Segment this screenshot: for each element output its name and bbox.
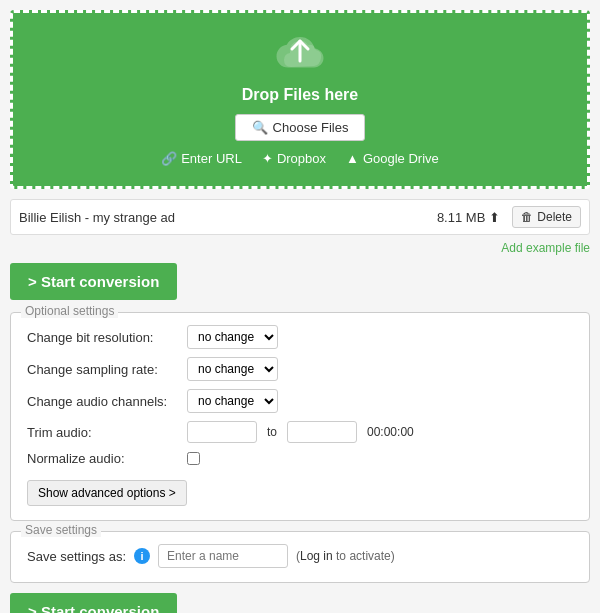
bit-resolution-select[interactable]: no change 8 bit 16 bit 24 bit 32 bit: [187, 325, 278, 349]
search-icon: 🔍: [252, 120, 268, 135]
trim-to-label: to: [267, 425, 277, 439]
audio-channels-label: Change audio channels:: [27, 394, 187, 409]
bit-resolution-control: no change 8 bit 16 bit 24 bit 32 bit: [187, 325, 278, 349]
dropbox-link[interactable]: ✦ Dropbox: [262, 151, 326, 166]
start-conversion-button-top[interactable]: > Start conversion: [10, 263, 177, 300]
audio-channels-row: Change audio channels: no change Mono St…: [27, 389, 573, 413]
file-size: 8.11 MB ⬆: [437, 210, 500, 225]
normalize-audio-row: Normalize audio:: [27, 451, 573, 466]
page-wrapper: Drop Files here 🔍 Choose Files 🔗 Enter U…: [0, 0, 600, 613]
google-drive-icon: ▲: [346, 151, 359, 166]
dropzone[interactable]: Drop Files here 🔍 Choose Files 🔗 Enter U…: [10, 10, 590, 189]
add-example-link[interactable]: Add example file: [501, 241, 590, 255]
delete-button[interactable]: 🗑 Delete: [512, 206, 581, 228]
login-link[interactable]: Log in: [300, 549, 333, 563]
trim-time-value: 00:00:00: [367, 425, 414, 439]
sampling-rate-label: Change sampling rate:: [27, 362, 187, 377]
upload-icon: [33, 33, 567, 80]
info-icon: i: [134, 548, 150, 564]
save-name-input[interactable]: [158, 544, 288, 568]
save-settings-row: Save settings as: i (Log in to activate): [27, 544, 573, 568]
trim-start-input[interactable]: [187, 421, 257, 443]
trim-audio-row: Trim audio: to 00:00:00: [27, 421, 573, 443]
add-example-row: Add example file: [10, 241, 590, 255]
sampling-rate-control: no change 8000 Hz 22050 Hz 44100 Hz 4800…: [187, 357, 278, 381]
upload-icon-small: ⬆: [489, 210, 500, 225]
trim-audio-control: to 00:00:00: [187, 421, 414, 443]
normalize-audio-label: Normalize audio:: [27, 451, 187, 466]
trash-icon: 🗑: [521, 210, 533, 224]
normalize-audio-checkbox[interactable]: [187, 452, 200, 465]
optional-settings-legend: Optional settings: [21, 304, 118, 318]
drop-text: Drop Files here: [33, 86, 567, 104]
sampling-rate-select[interactable]: no change 8000 Hz 22050 Hz 44100 Hz 4800…: [187, 357, 278, 381]
save-settings-legend: Save settings: [21, 523, 101, 537]
audio-channels-select[interactable]: no change Mono Stereo: [187, 389, 278, 413]
audio-channels-control: no change Mono Stereo: [187, 389, 278, 413]
start-conversion-button-bottom[interactable]: > Start conversion: [10, 593, 177, 613]
sampling-rate-row: Change sampling rate: no change 8000 Hz …: [27, 357, 573, 381]
enter-url-link[interactable]: 🔗 Enter URL: [161, 151, 242, 166]
file-row: Billie Eilish - my strange ad 8.11 MB ⬆ …: [10, 199, 590, 235]
choose-files-button[interactable]: 🔍 Choose Files: [235, 114, 366, 141]
bit-resolution-label: Change bit resolution:: [27, 330, 187, 345]
login-note: (Log in to activate): [296, 549, 395, 563]
save-settings-label: Save settings as:: [27, 549, 126, 564]
google-drive-link[interactable]: ▲ Google Drive: [346, 151, 439, 166]
bit-resolution-row: Change bit resolution: no change 8 bit 1…: [27, 325, 573, 349]
dropbox-icon: ✦: [262, 151, 273, 166]
dropzone-links: 🔗 Enter URL ✦ Dropbox ▲ Google Drive: [33, 151, 567, 166]
trim-audio-label: Trim audio:: [27, 425, 187, 440]
normalize-audio-control: [187, 452, 200, 465]
optional-settings-section: Optional settings Change bit resolution:…: [10, 312, 590, 521]
show-advanced-button[interactable]: Show advanced options >: [27, 480, 187, 506]
trim-end-input[interactable]: [287, 421, 357, 443]
file-name: Billie Eilish - my strange ad: [19, 210, 239, 225]
link-icon: 🔗: [161, 151, 177, 166]
save-settings-section: Save settings Save settings as: i (Log i…: [10, 531, 590, 583]
